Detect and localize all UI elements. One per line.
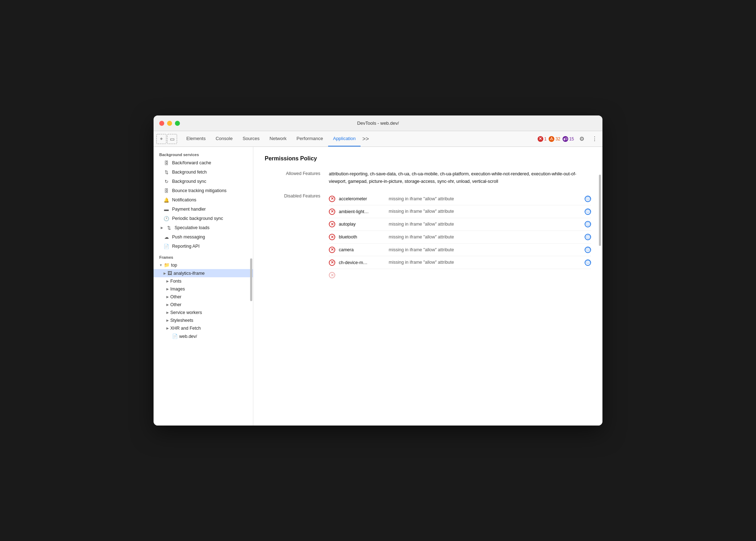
info-button-bluetooth[interactable]: ⓘ [585,234,591,240]
sidebar-item-speculative-loads[interactable]: ▶ ⇅ Speculative loads [154,223,253,232]
warn-badge[interactable]: ⚠ 32 [549,136,560,142]
panel-title: Permissions Policy [265,155,591,162]
error-icon-accelerometer: ✕ [329,196,335,202]
main-panel: Permissions Policy Allowed Features attr… [253,147,602,426]
feature-name-camera: camera [339,247,385,252]
feature-reason-camera: missing in iframe "allow" attribute [389,247,581,253]
credit-card-icon: ▬ [164,206,169,212]
sidebar-label-background-fetch: Background fetch [172,170,207,175]
frame-service-workers[interactable]: ▶ Service workers [154,309,253,316]
info-button-ch-device[interactable]: ⓘ [585,259,591,266]
sidebar-item-background-fetch[interactable]: ⇅ Background fetch [154,168,253,177]
feature-reason-accelerometer: missing in iframe "allow" attribute [389,196,581,202]
feature-name-ch-device: ch-device-m… [339,260,385,265]
sidebar-label-speculative-loads: Speculative loads [175,225,209,230]
device-toggle-icon[interactable]: ▭ [167,134,177,144]
info-button-autoplay[interactable]: ⓘ [585,221,591,227]
toolbar-tabs: Elements Console Sources Network Perform… [181,131,536,146]
frame-analytics-iframe[interactable]: ▶ 🖼 analytics-iframe [154,269,253,277]
info-button-ambient-light[interactable]: ⓘ [585,208,591,215]
info-button-accelerometer[interactable]: ⓘ [585,196,591,202]
tab-console[interactable]: Console [211,131,238,146]
expand-other2-icon: ▶ [166,303,169,306]
frame-webdev-label: web.dev/ [179,334,197,339]
more-tabs-button[interactable]: >> [361,134,371,144]
tab-elements[interactable]: Elements [181,131,211,146]
speculative-icon: ⇅ [166,225,172,231]
badge-group: ✕ 1 ⚠ 32 🏷 15 [538,136,574,142]
sidebar-item-reporting-api[interactable]: 📄 Reporting API [154,242,253,251]
upload-download-icon: ⇅ [164,169,169,175]
sidebar-label-back-forward: Back/forward cache [172,160,211,165]
expand-images-icon: ▶ [166,287,169,291]
info-badge[interactable]: 🏷 15 [563,136,574,142]
sidebar-item-periodic-background-sync[interactable]: 🕐 Periodic background sync [154,214,253,223]
expand-xhr-icon: ▶ [166,326,169,330]
expand-fonts-icon: ▶ [166,279,169,283]
frame-stylesheets[interactable]: ▶ Stylesheets [154,316,253,324]
disabled-feature-ambient-light: ✕ ambient-light… missing in iframe "allo… [329,205,591,218]
frame-other-2[interactable]: ▶ Other [154,301,253,309]
frame-other-1[interactable]: ▶ Other [154,293,253,301]
settings-button[interactable]: ⚙ [577,134,587,144]
error-badge[interactable]: ✕ 1 [538,136,547,142]
frame-top-label: top [171,263,177,268]
clock-icon: 🕐 [164,216,169,221]
error-icon-more: ✕ [329,272,335,278]
expand-sw-icon: ▶ [166,311,169,314]
sidebar-scrollbar[interactable] [250,258,252,301]
allowed-features-label: Allowed Features [265,170,329,186]
sidebar-item-payment-handler[interactable]: ▬ Payment handler [154,205,253,214]
inspect-element-icon[interactable]: ⌖ [156,134,166,144]
sidebar-item-bounce-tracking[interactable]: 🗄 Bounce tracking mitigations [154,186,253,195]
tab-performance[interactable]: Performance [291,131,328,146]
feature-name-autoplay: autoplay [339,222,385,227]
frame-images[interactable]: ▶ Images [154,285,253,293]
expand-top-icon: ▼ [159,263,162,267]
tab-application[interactable]: Application [328,131,361,146]
expand-other1-icon: ▶ [166,295,169,299]
disabled-feature-camera: ✕ camera missing in iframe "allow" attri… [329,244,591,257]
info-button-camera[interactable]: ⓘ [585,247,591,253]
expand-analytics-icon: ▶ [164,272,166,275]
error-icon-autoplay: ✕ [329,221,335,227]
sidebar-label-reporting-api: Reporting API [172,244,200,249]
frame-fonts[interactable]: ▶ Fonts [154,277,253,285]
disabled-feature-ch-device: ✕ ch-device-m… missing in iframe "allow"… [329,256,591,269]
more-options-button[interactable]: ⋮ [590,134,600,144]
error-icon-ch-device: ✕ [329,259,335,266]
feature-name-ambient-light: ambient-light… [339,209,385,214]
feature-reason-ch-device: missing in iframe "allow" attribute [389,259,581,266]
sidebar-label-bounce-tracking: Bounce tracking mitigations [172,188,227,193]
main-scrollbar[interactable] [599,175,601,246]
error-icon: ✕ [538,136,543,142]
frame-other1-label: Other [170,294,181,299]
cloud-icon: ☁ [164,234,169,240]
error-icon-camera: ✕ [329,247,335,253]
feature-name-accelerometer: accelerometer [339,196,385,201]
sidebar-item-notifications[interactable]: 🔔 Notifications [154,195,253,205]
disabled-features-list: ✕ accelerometer missing in iframe "allow… [329,193,591,282]
disabled-feature-accelerometer: ✕ accelerometer missing in iframe "allow… [329,193,591,206]
sidebar-item-push-messaging[interactable]: ☁ Push messaging [154,232,253,242]
sidebar-item-background-sync[interactable]: ↻ Background sync [154,177,253,186]
devtools-window: DevTools - web.dev/ ⌖ ▭ Elements Console… [154,115,602,426]
maximize-button[interactable] [175,121,180,126]
minimize-button[interactable] [167,121,172,126]
disabled-feature-more: ✕ [329,269,591,281]
frame-top[interactable]: ▼ 📁 top [154,261,253,269]
feature-reason-bluetooth: missing in iframe "allow" attribute [389,234,581,241]
frame-xhr-fetch[interactable]: ▶ XHR and Fetch [154,324,253,332]
tab-network[interactable]: Network [265,131,292,146]
frames-label: Frames [154,254,253,261]
error-icon-bluetooth: ✕ [329,234,335,240]
frame-images-label: Images [170,287,185,292]
close-button[interactable] [159,121,164,126]
feature-name-bluetooth: bluetooth [339,235,385,239]
tab-sources[interactable]: Sources [238,131,265,146]
frame-web-dev[interactable]: 📄 web.dev/ [154,332,253,340]
document-icon: 📄 [164,243,169,249]
sidebar-item-back-forward-cache[interactable]: 🗄 Back/forward cache [154,158,253,168]
frame-fonts-label: Fonts [170,279,181,284]
bounce-icon: 🗄 [164,188,169,194]
